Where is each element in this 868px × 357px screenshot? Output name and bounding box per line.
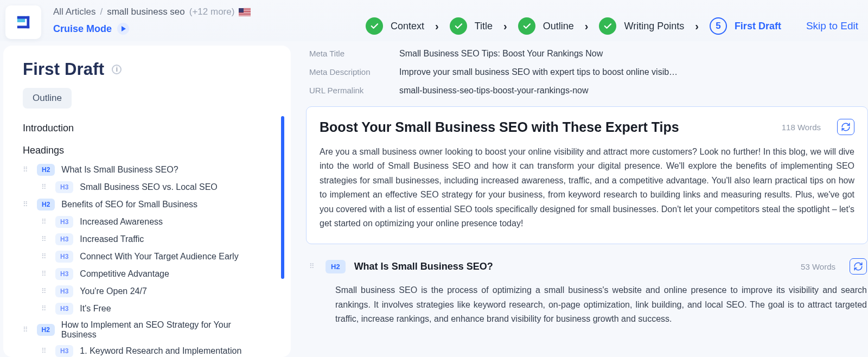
skip-to-edit-link[interactable]: Skip to Edit	[806, 20, 858, 32]
info-icon[interactable]: i	[112, 65, 122, 74]
chevron-right-icon: ›	[503, 20, 507, 33]
step-outline[interactable]: Outline	[518, 17, 574, 35]
regenerate-button[interactable]	[850, 258, 867, 275]
meta-title-value[interactable]: Small Business SEO Tips: Boost Your Rank…	[399, 49, 603, 59]
cruise-mode-label: Cruise Mode	[53, 23, 112, 35]
outline-item[interactable]: ⠿ H2 What Is Small Business SEO?	[23, 164, 261, 176]
outline-item[interactable]: ⠿ H2 Benefits of SEO for Small Business	[23, 199, 261, 211]
h3-tag: H3	[55, 303, 73, 315]
drag-handle-icon[interactable]: ⠿	[23, 203, 30, 206]
url-permalink-label: URL Permalink	[309, 86, 379, 95]
meta-description-value[interactable]: Improve your small business SEO with exp…	[399, 67, 678, 77]
check-icon	[599, 17, 616, 35]
section-body[interactable]: Small business SEO is the process of opt…	[335, 283, 867, 327]
chevron-right-icon: ›	[585, 20, 589, 33]
outline-item-label: Small Business SEO vs. Local SEO	[80, 182, 217, 192]
step-first-draft[interactable]: 5 First Draft	[710, 17, 781, 35]
outline-item[interactable]: ⠿ H3 Competitive Advantage	[23, 268, 261, 280]
h3-tag: H3	[55, 216, 73, 228]
drag-handle-icon[interactable]: ⠿	[309, 265, 317, 268]
url-permalink-value[interactable]: small-business-seo-tips-boost-your-ranki…	[399, 86, 589, 95]
outline-item[interactable]: ⠿ H3 You're Open 24/7	[23, 285, 261, 297]
outline-item[interactable]: ⠿ H3 Connect With Your Target Audience E…	[23, 251, 261, 263]
url-permalink-row: URL Permalink small-business-seo-tips-bo…	[306, 84, 868, 102]
step-label: First Draft	[735, 21, 781, 32]
card-title: Boost Your Small Business SEO with These…	[320, 119, 771, 135]
h3-tag: H3	[55, 268, 73, 280]
flag-icon[interactable]	[239, 8, 251, 16]
step-writing-points[interactable]: Writing Points	[599, 17, 684, 35]
outline-item[interactable]: ⠿ H3 Increased Traffic	[23, 233, 261, 245]
breadcrumb-sep: /	[100, 7, 103, 17]
drag-handle-icon[interactable]: ⠿	[41, 220, 49, 224]
outline-item-label: Increased Awareness	[80, 217, 163, 227]
svg-rect-3	[17, 25, 29, 28]
drag-handle-icon[interactable]: ⠿	[41, 307, 49, 310]
outline-item-label: Benefits of SEO for Small Business	[61, 200, 197, 209]
outline-item[interactable]: ⠿ H3 It's Free	[23, 303, 261, 315]
drag-handle-icon[interactable]: ⠿	[23, 168, 30, 171]
drag-handle-icon[interactable]: ⠿	[41, 290, 49, 293]
step-nav: Context › Title › Outline › Writing Poin…	[366, 5, 858, 41]
drag-handle-icon[interactable]: ⠿	[41, 272, 49, 276]
scrollbar-thumb[interactable]	[281, 116, 284, 279]
headings-label: Headings	[23, 145, 282, 156]
outline-item-label: What Is Small Business SEO?	[61, 165, 178, 175]
outline-item[interactable]: ⠿ H2 How to Implement an SEO Strategy fo…	[23, 320, 261, 340]
logo[interactable]	[5, 5, 41, 39]
meta-title-row: Meta Title Small Business SEO Tips: Boos…	[306, 47, 868, 65]
h3-tag: H3	[55, 285, 73, 297]
outline-tab[interactable]: Outline	[23, 88, 72, 109]
top-bar: All Articles / small business seo (+12 m…	[0, 0, 868, 41]
step-context[interactable]: Context	[366, 17, 424, 35]
outline-item[interactable]: ⠿ H3 1. Keyword Research and Implementat…	[23, 345, 261, 357]
main-panel: Meta Title Small Business SEO Tips: Boos…	[298, 41, 868, 357]
regenerate-button[interactable]	[837, 119, 854, 135]
step-label: Context	[391, 21, 424, 32]
chevron-right-icon: ›	[695, 20, 699, 33]
step-label: Title	[475, 21, 493, 32]
drag-handle-icon[interactable]: ⠿	[41, 349, 49, 353]
outline-list: ⠿ H2 What Is Small Business SEO? ⠿ H3 Sm…	[23, 164, 261, 357]
refresh-icon	[841, 122, 851, 132]
intro-card[interactable]: Boost Your Small Business SEO with These…	[306, 106, 868, 244]
card-body[interactable]: Are you a small business owner looking t…	[320, 145, 854, 231]
step-title[interactable]: Title	[450, 17, 493, 35]
sidebar: First Draft i Outline Introduction Headi…	[3, 46, 291, 357]
refresh-icon	[853, 262, 863, 271]
section-block: ⠿ H2 What Is Small Business SEO? 53 Word…	[306, 258, 868, 327]
h3-tag: H3	[55, 345, 73, 357]
meta-description-row: Meta Description Improve your small busi…	[306, 65, 868, 84]
page-title: First Draft	[23, 60, 104, 79]
cruise-mode-button[interactable]: Cruise Mode	[53, 23, 251, 35]
top-left: All Articles / small business seo (+12 m…	[53, 5, 251, 35]
outline-item-label: 1. Keyword Research and Implementation	[80, 346, 241, 356]
breadcrumb-keyword[interactable]: small business seo	[107, 7, 185, 17]
play-icon	[117, 23, 129, 35]
outline-item[interactable]: ⠿ H3 Increased Awareness	[23, 216, 261, 228]
outline-item[interactable]: ⠿ H3 Small Business SEO vs. Local SEO	[23, 181, 261, 193]
sidebar-scrollbar[interactable]	[281, 116, 284, 279]
chevron-right-icon: ›	[435, 20, 439, 33]
h2-tag: H2	[37, 164, 55, 176]
h3-tag: H3	[55, 181, 73, 193]
intro-label[interactable]: Introduction	[23, 123, 282, 134]
svg-rect-8	[239, 14, 251, 14]
h2-tag: H2	[326, 260, 346, 273]
drag-handle-icon[interactable]: ⠿	[41, 238, 49, 241]
breadcrumb-root[interactable]: All Articles	[53, 7, 95, 17]
svg-rect-10	[239, 8, 244, 12]
h3-tag: H3	[55, 233, 73, 245]
step-number: 5	[710, 17, 727, 35]
word-count: 118 Words	[782, 123, 821, 132]
h3-tag: H3	[55, 251, 73, 263]
drag-handle-icon[interactable]: ⠿	[41, 255, 49, 258]
word-count: 53 Words	[801, 262, 835, 271]
outline-item-label: You're Open 24/7	[80, 286, 146, 296]
drag-handle-icon[interactable]: ⠿	[41, 186, 49, 189]
drag-handle-icon[interactable]: ⠿	[23, 328, 30, 331]
breadcrumb-more[interactable]: (+12 more)	[189, 7, 235, 17]
section-title[interactable]: What Is Small Business SEO?	[354, 261, 792, 272]
meta-description-label: Meta Description	[309, 67, 379, 76]
outline-item-label: Connect With Your Target Audience Early	[80, 252, 238, 262]
